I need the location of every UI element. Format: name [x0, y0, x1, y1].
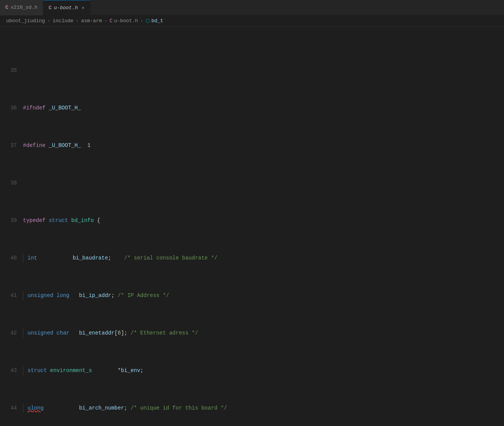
- breadcrumb-part-3[interactable]: asm-arm: [81, 18, 102, 24]
- tab-close-button[interactable]: ✕: [82, 5, 84, 11]
- breadcrumb-part-4[interactable]: u-boot.h: [114, 18, 138, 24]
- line-43: 43 struct environment_s *bi_env;: [3, 366, 504, 375]
- breadcrumb: uboot_jiuding › include › asm-arm › C u-…: [0, 15, 504, 27]
- line-39: 39 typedef struct bd_info {: [3, 216, 504, 225]
- line-36: 36 #ifndef _U_BOOT_H_: [3, 103, 504, 113]
- tab-u-boot-h[interactable]: C u-boot.h ✕: [43, 0, 90, 15]
- tab-bar: C x210_sd.h C u-boot.h ✕: [0, 0, 504, 15]
- tab-label: x210_sd.h: [11, 5, 38, 10]
- breadcrumb-struct-icon: ⬡: [146, 18, 150, 24]
- c-file-icon-active: C: [49, 5, 52, 11]
- breadcrumb-c-icon: C: [110, 18, 113, 24]
- line-35: 35: [3, 66, 504, 75]
- breadcrumb-part-2[interactable]: include: [52, 18, 74, 24]
- breadcrumb-part-5[interactable]: bd_t: [151, 18, 163, 24]
- line-38: 38: [3, 178, 504, 188]
- editor: 35 36 #ifndef _U_BOOT_H_ 37 #define _U_B…: [0, 27, 504, 426]
- code-content[interactable]: 35 36 #ifndef _U_BOOT_H_ 37 #define _U_B…: [0, 28, 504, 426]
- breadcrumb-part-1[interactable]: uboot_jiuding: [6, 18, 45, 24]
- breadcrumb-sep-3: ›: [104, 18, 107, 24]
- breadcrumb-sep-1: ›: [47, 18, 50, 24]
- line-40: 40 int bi_baudrate; /* serial console ba…: [3, 253, 504, 263]
- breadcrumb-sep-2: ›: [76, 18, 79, 24]
- c-file-icon: C: [5, 5, 8, 10]
- line-42: 42 unsigned char bi_enetaddr[6]; /* Ethe…: [3, 328, 504, 338]
- line-37: 37 #define _U_BOOT_H_ 1: [3, 141, 504, 150]
- tab-x210-sd-h[interactable]: C x210_sd.h: [0, 0, 43, 15]
- line-41: 41 unsigned long bi_ip_addr; /* IP Addre…: [3, 291, 504, 300]
- breadcrumb-sep-4: ›: [140, 18, 143, 24]
- tab-label-active: u-boot.h: [54, 5, 78, 11]
- line-44: 44 ulong bi_arch_number; /* unique id fo…: [3, 403, 504, 413]
